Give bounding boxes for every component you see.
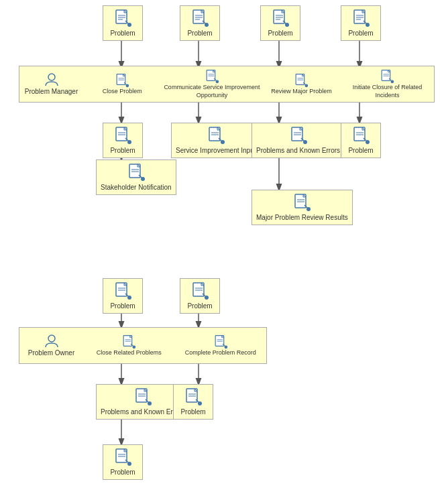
- swimlane-1-role: Problem Manager: [19, 70, 83, 99]
- svg-point-79: [127, 296, 131, 300]
- swimlane-2-role: Problem Owner: [19, 331, 83, 360]
- node-problem5: Problem: [103, 123, 143, 158]
- svg-point-104: [198, 401, 202, 405]
- doc-icon: [207, 126, 225, 145]
- lane-item-initiate-closure: Initiate Closure of Related Incidents: [341, 68, 434, 101]
- svg-point-35: [48, 74, 55, 80]
- problem8-label: Problem: [187, 302, 212, 310]
- svg-point-19: [127, 23, 131, 27]
- lane-item-communicate-service: Communicate Service Improvement Opportun…: [162, 68, 262, 101]
- doc-icon: [121, 334, 136, 349]
- doc-icon: [289, 126, 308, 145]
- doc-icon: [213, 334, 228, 349]
- problem5-label: Problem: [110, 146, 135, 155]
- doc-icon: [351, 126, 370, 145]
- stakeholder-label: Stakeholder Notification: [101, 183, 172, 192]
- doc-icon: [184, 387, 203, 406]
- svg-point-43: [215, 80, 219, 83]
- svg-point-47: [305, 84, 309, 87]
- doc-icon: [294, 73, 309, 88]
- svg-point-39: [126, 84, 129, 87]
- node-problem9: Problem: [103, 444, 143, 480]
- communicate-service-label: Communicate Service Improvement Opportun…: [163, 84, 261, 99]
- swimlane-1: Problem Manager Close Problem: [19, 66, 435, 103]
- lane-item-review-major: Review Major Problem: [262, 72, 341, 97]
- svg-point-63: [221, 140, 225, 144]
- svg-point-88: [133, 345, 136, 349]
- doc-icon: [190, 9, 209, 27]
- doc-icon: [113, 448, 132, 466]
- swimlane-2-label: Problem Owner: [28, 349, 74, 357]
- problems-known-label: Problems and Known Errors: [256, 146, 340, 155]
- lane-item-close-related: Close Related Problems: [83, 333, 175, 359]
- close-related-label: Close Related Problems: [97, 349, 162, 357]
- svg-point-55: [127, 140, 131, 144]
- node-problem8: Problem: [180, 278, 220, 314]
- node-problem4: Problem: [341, 5, 381, 41]
- node-major-problem-review: Major Problem Review Results: [252, 190, 353, 225]
- problem3-label: Problem: [268, 29, 292, 38]
- complete-problem-label: Complete Problem Record: [185, 349, 256, 357]
- doc-icon: [351, 9, 370, 27]
- review-major-label: Review Major Problem: [271, 88, 332, 96]
- service-improvement-label: Service Improvement Input: [176, 146, 256, 155]
- doc-icon: [113, 126, 132, 145]
- node-problem2: Problem: [180, 5, 220, 41]
- problem2-label: Problem: [187, 29, 212, 38]
- node-problem10: Problem: [173, 384, 213, 420]
- problem7-label: Problem: [110, 302, 135, 310]
- initiate-closure-label: Initiate Closure of Related Incidents: [342, 84, 433, 99]
- person-icon: [44, 72, 59, 87]
- doc-icon: [380, 69, 394, 84]
- svg-point-51: [391, 80, 394, 83]
- node-problem3: Problem: [260, 5, 300, 41]
- doc-icon: [205, 69, 219, 84]
- node-problem6: Problem: [341, 123, 381, 158]
- doc-icon: [133, 387, 152, 406]
- problems-known2-label: Problems and Known Errors: [101, 407, 184, 416]
- lane-item-complete-problem: Complete Problem Record: [175, 333, 267, 359]
- problem1-label: Problem: [110, 29, 135, 38]
- node-problems-known-errors: Problems and Known Errors: [252, 123, 345, 158]
- doc-icon: [271, 9, 290, 27]
- svg-point-96: [148, 401, 152, 405]
- doc-icon: [113, 281, 132, 300]
- svg-point-67: [303, 140, 307, 144]
- svg-point-71: [306, 207, 311, 211]
- doc-icon: [127, 163, 146, 182]
- svg-point-92: [224, 345, 227, 349]
- workflow-diagram: Problem Problem: [0, 0, 446, 504]
- node-service-improvement: Service Improvement Input: [171, 123, 261, 158]
- problem6-label: Problem: [348, 146, 373, 155]
- svg-point-84: [48, 335, 55, 342]
- lane-item-close-problem: Close Problem: [83, 72, 162, 97]
- node-problem1: Problem: [103, 5, 143, 41]
- svg-point-34: [366, 23, 370, 27]
- problem9-label: Problem: [110, 468, 135, 477]
- doc-icon: [292, 193, 311, 212]
- doc-icon: [113, 9, 132, 27]
- svg-point-24: [205, 23, 209, 27]
- svg-point-83: [205, 296, 209, 300]
- node-stakeholder-notification: Stakeholder Notification: [96, 160, 176, 195]
- svg-point-29: [285, 23, 289, 27]
- problem4-label: Problem: [348, 29, 373, 38]
- node-problem7: Problem: [103, 278, 143, 314]
- swimlane-2: Problem Owner Close Related Problems: [19, 327, 267, 364]
- person-icon-2: [44, 334, 59, 349]
- swimlane-1-label: Problem Manager: [25, 87, 78, 96]
- major-review-label: Major Problem Review Results: [256, 213, 348, 222]
- svg-point-59: [141, 177, 145, 181]
- problem10-label: Problem: [180, 407, 205, 416]
- doc-icon: [115, 73, 129, 88]
- svg-point-75: [366, 140, 370, 144]
- doc-icon: [190, 281, 209, 300]
- close-problem-label: Close Problem: [103, 88, 142, 96]
- svg-point-100: [127, 462, 131, 466]
